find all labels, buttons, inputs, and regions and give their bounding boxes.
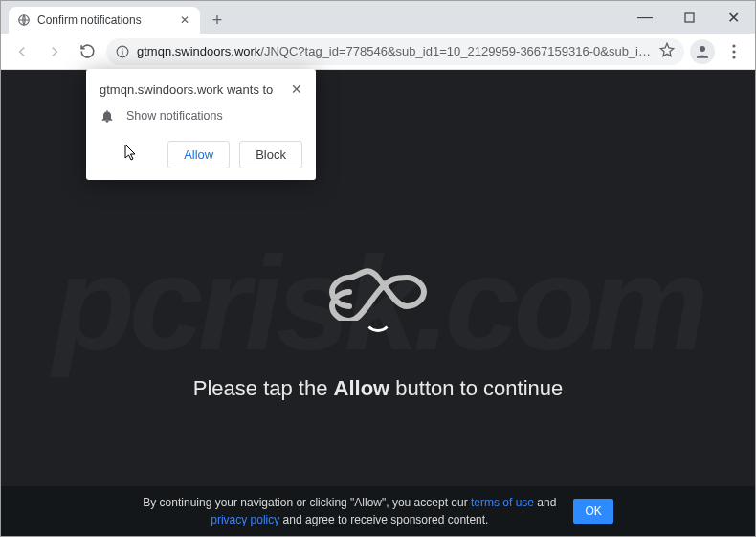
allow-button[interactable]: Allow [167, 141, 230, 168]
svg-point-5 [700, 46, 705, 52]
cookie-text: By continuing your navigation or clickin… [143, 494, 556, 528]
site-info-icon[interactable] [116, 45, 129, 58]
tab-title: Confirm notifications [37, 13, 171, 27]
instruction-post: button to continue [389, 376, 563, 400]
svg-point-8 [732, 56, 735, 58]
maximize-button[interactable] [667, 3, 711, 32]
bookmark-star-icon[interactable] [659, 42, 675, 60]
svg-rect-1 [685, 13, 694, 22]
dialog-close-icon[interactable]: ✕ [291, 82, 302, 96]
browser-tab[interactable]: Confirm notifications ✕ [9, 7, 200, 34]
permission-request-label: Show notifications [126, 109, 223, 123]
bell-icon [100, 108, 115, 123]
terms-link[interactable]: terms of use [471, 496, 534, 509]
notification-permission-dialog: gtmqn.swindoors.work wants to ✕ Show not… [86, 69, 316, 180]
svg-point-6 [732, 44, 735, 47]
globe-icon [16, 12, 32, 28]
cookie-bar: By continuing your navigation or clickin… [1, 486, 755, 536]
profile-avatar[interactable] [690, 39, 715, 64]
new-tab-button[interactable]: + [204, 7, 231, 34]
instruction-bold: Allow [334, 376, 390, 400]
instruction-text: Please tap the Allow button to continue [193, 376, 563, 401]
svg-rect-3 [122, 50, 122, 54]
reload-button[interactable] [74, 38, 100, 65]
svg-rect-4 [122, 48, 122, 49]
titlebar: Confirm notifications ✕ + — ✕ [1, 1, 755, 34]
menu-button[interactable] [721, 44, 747, 59]
minimize-button[interactable]: — [623, 3, 667, 32]
address-bar[interactable]: gtmqn.swindoors.work/JNQC?tag_id=778546&… [106, 38, 684, 65]
instruction-pre: Please tap the [193, 376, 334, 400]
block-button[interactable]: Block [239, 141, 302, 168]
privacy-link[interactable]: privacy policy [211, 513, 279, 526]
loading-spinner-icon [364, 303, 392, 332]
tab-close-icon[interactable]: ✕ [177, 12, 192, 28]
forward-button[interactable] [41, 38, 68, 65]
cookie-ok-button[interactable]: OK [573, 499, 612, 524]
window-close-button[interactable]: ✕ [711, 3, 755, 32]
url-text: gtmqn.swindoors.work/JNQC?tag_id=778546&… [137, 44, 652, 58]
svg-point-7 [732, 50, 735, 53]
toolbar: gtmqn.swindoors.work/JNQC?tag_id=778546&… [1, 34, 755, 70]
window-controls: — ✕ [623, 1, 755, 34]
back-button[interactable] [9, 38, 35, 65]
permission-origin-text: gtmqn.swindoors.work wants to [100, 82, 273, 97]
